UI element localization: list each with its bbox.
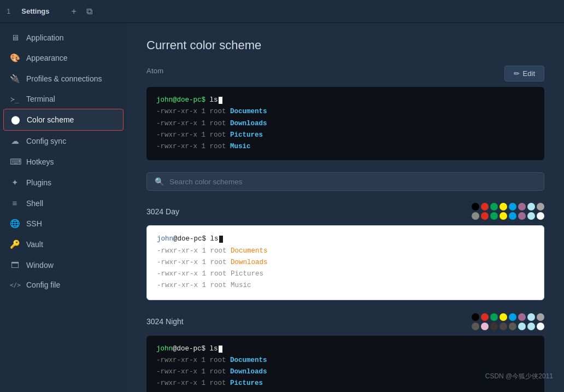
terminal-line-2: -rwxr-xr-x 1 root Downloads — [156, 118, 534, 130]
sidebar-item-configfile[interactable]: </> Config file — [0, 275, 127, 295]
color-swatch — [490, 323, 498, 330]
color-swatch — [490, 212, 498, 220]
sidebar-label-window: Window — [26, 261, 54, 270]
search-icon: 🔍 — [155, 177, 164, 186]
color-swatch — [518, 212, 526, 220]
terminal-line-4: -rwxr-xr-x 1 root Music — [156, 141, 534, 153]
color-swatch — [527, 212, 535, 220]
hotkeys-icon: ⌨ — [10, 157, 20, 167]
scheme-3024night-name: 3024 Night — [146, 317, 184, 326]
sidebar-item-ssh[interactable]: 🌐 SSH — [0, 213, 127, 234]
sidebar-item-application[interactable]: 🖥 Application — [0, 27, 127, 48]
color-swatch — [490, 203, 498, 210]
sidebar-item-configsync[interactable]: ☁ Config sync — [0, 131, 127, 151]
sidebar-label-appearance: Appearance — [26, 54, 68, 62]
duplicate-icon[interactable]: ⧉ — [86, 7, 92, 16]
main-layout: 🖥 Application 🎨 Appearance 🔌 Profiles & … — [0, 23, 564, 392]
color-swatch — [537, 212, 544, 220]
appearance-icon: 🎨 — [10, 53, 20, 63]
tab-number: 1 — [7, 7, 10, 15]
sidebar-label-application: Application — [26, 33, 64, 42]
sidebar-item-colorscheme[interactable]: ⬤ Color scheme — [3, 109, 124, 131]
sidebar-label-vault: Vault — [26, 240, 43, 249]
day-line-3: -rwxr-xr-x 1 root Pictures — [157, 268, 534, 280]
color-swatch — [527, 203, 535, 210]
color-swatch — [472, 203, 479, 210]
day-line-1: -rwxr-xr-x 1 root Documents — [157, 245, 534, 257]
search-input[interactable] — [169, 178, 536, 186]
application-icon: 🖥 — [10, 33, 20, 42]
edit-label: Edit — [523, 69, 535, 78]
color-swatch — [527, 313, 535, 321]
color-swatch — [509, 323, 516, 330]
night-cursor — [219, 346, 222, 353]
profiles-icon: 🔌 — [10, 74, 20, 84]
sidebar-label-hotkeys: Hotkeys — [26, 157, 54, 166]
sidebar-label-plugins: Plugins — [26, 178, 51, 187]
sidebar-item-terminal[interactable]: ≻_ Terminal — [0, 89, 127, 109]
night-line-3: -rwxr-xr-x 1 root Pictures — [156, 378, 534, 389]
terminal-icon: ≻_ — [10, 95, 20, 103]
color-swatch — [500, 212, 507, 220]
atom-header: Atom ✏ Edit — [146, 66, 544, 81]
sidebar-item-vault[interactable]: 🔑 Vault — [0, 234, 127, 255]
sidebar-label-configfile: Config file — [26, 280, 60, 289]
terminal-user: john@doe-pc$ — [156, 96, 205, 104]
sidebar-label-profiles: Profiles & connections — [26, 74, 102, 83]
color-swatch — [481, 212, 489, 220]
sidebar-label-terminal: Terminal — [26, 95, 55, 103]
ssh-icon: 🌐 — [10, 219, 20, 229]
sidebar-item-plugins[interactable]: ✦ Plugins — [0, 172, 127, 193]
terminal-line-3: -rwxr-xr-x 1 root Pictures — [156, 130, 534, 141]
day-line-4: -rwxr-xr-x 1 root Music — [157, 280, 534, 291]
color-swatch — [537, 313, 544, 321]
window-icon: 🗖 — [10, 260, 20, 270]
search-bar[interactable]: 🔍 — [146, 172, 544, 191]
title-bar-actions: + ⧉ — [72, 7, 92, 16]
scheme-3024day-swatches — [472, 203, 544, 220]
scheme-3024day-header: 3024 Day — [146, 203, 544, 220]
color-swatch — [500, 203, 507, 210]
scheme-card-3024day: 3024 Day john@doe-pc$ ls -rwxr-xr-x 1 ro… — [146, 203, 544, 300]
sidebar-label-colorscheme: Color scheme — [27, 115, 74, 124]
terminal-cursor — [219, 97, 222, 104]
color-swatch — [527, 323, 535, 330]
color-swatch — [481, 323, 489, 330]
plugins-icon: ✦ — [10, 178, 20, 188]
color-swatch — [509, 203, 516, 210]
sidebar-item-appearance[interactable]: 🎨 Appearance — [0, 48, 127, 68]
scheme-3024night-swatches — [472, 313, 544, 330]
color-swatch — [500, 323, 507, 330]
sidebar: 🖥 Application 🎨 Appearance 🔌 Profiles & … — [0, 23, 127, 392]
sidebar-item-shell[interactable]: ≡ Shell — [0, 193, 127, 213]
watermark: CSDN @今狐少侠2011 — [485, 372, 553, 381]
content-area: Current color scheme Atom ✏ Edit john@do… — [127, 23, 564, 392]
atom-terminal-preview: john@doe-pc$ ls -rwxr-xr-x 1 root Docume… — [146, 87, 544, 160]
color-swatch — [509, 313, 516, 321]
night-line-2: -rwxr-xr-x 1 root Downloads — [156, 366, 534, 378]
configfile-icon: </> — [10, 282, 20, 289]
day-line-prompt: john@doe-pc$ ls — [157, 233, 534, 245]
edit-icon: ✏ — [514, 69, 520, 78]
color-swatch — [518, 313, 526, 321]
title-bar: 1 Settings + ⧉ — [0, 0, 564, 23]
edit-button[interactable]: ✏ Edit — [504, 66, 544, 81]
sidebar-label-shell: Shell — [26, 199, 43, 208]
sidebar-item-hotkeys[interactable]: ⌨ Hotkeys — [0, 151, 127, 172]
vault-icon: 🔑 — [10, 239, 20, 249]
sidebar-item-profiles[interactable]: 🔌 Profiles & connections — [0, 68, 127, 89]
new-tab-icon[interactable]: + — [72, 7, 77, 16]
night-line-1: -rwxr-xr-x 1 root Documents — [156, 355, 534, 366]
color-swatch — [472, 313, 479, 321]
color-swatch — [537, 323, 544, 330]
sidebar-label-configsync: Config sync — [26, 137, 66, 145]
color-swatch — [481, 203, 489, 210]
color-swatch — [472, 323, 479, 330]
scheme-3024night-preview: john@doe-pc$ ls -rwxr-xr-x 1 root Docume… — [146, 336, 544, 393]
scheme-3024day-name: 3024 Day — [146, 207, 179, 216]
scheme-3024night-header: 3024 Night — [146, 313, 544, 330]
page-title: Current color scheme — [146, 38, 544, 52]
night-line-prompt: john@doe-pc$ ls — [156, 343, 534, 355]
atom-label: Atom — [146, 67, 163, 75]
sidebar-item-window[interactable]: 🗖 Window — [0, 255, 127, 275]
